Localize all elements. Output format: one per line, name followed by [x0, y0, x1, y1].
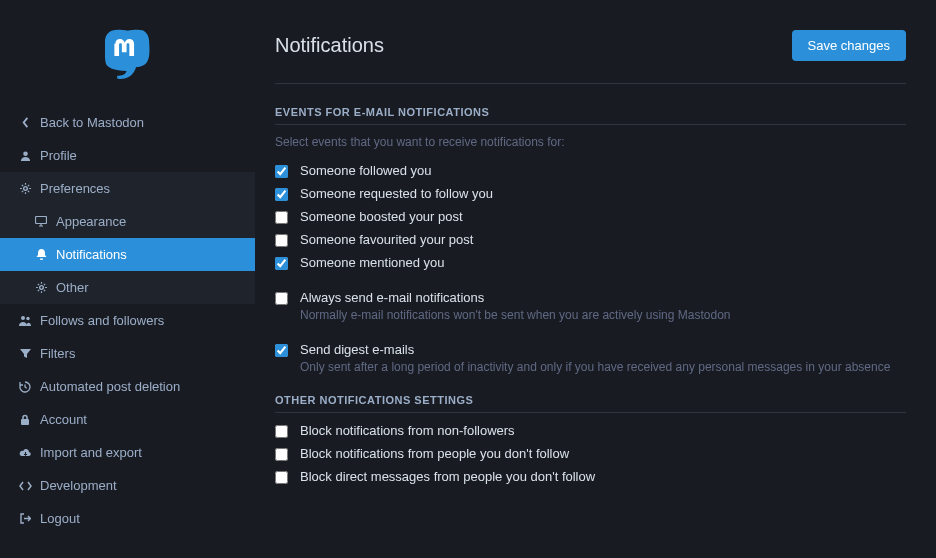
user-icon — [18, 150, 32, 161]
nav-label: Follows and followers — [40, 313, 164, 328]
cb-label: Send digest e-mails — [300, 342, 890, 357]
nav-logout[interactable]: Logout — [0, 502, 255, 535]
cb-sub: Only sent after a long period of inactiv… — [300, 360, 890, 374]
event-requested-checkbox[interactable] — [275, 188, 288, 201]
event-boosted-checkbox[interactable] — [275, 211, 288, 224]
logo-wrap — [0, 0, 255, 100]
sidebar: Back to Mastodon Profile Preferences App… — [0, 0, 255, 558]
svg-point-3 — [39, 286, 43, 290]
desktop-icon — [34, 216, 48, 227]
nav: Back to Mastodon Profile Preferences App… — [0, 100, 255, 535]
nav-profile[interactable]: Profile — [0, 139, 255, 172]
nav-back[interactable]: Back to Mastodon — [0, 106, 255, 139]
section-events-title: EVENTS FOR E-MAIL NOTIFICATIONS — [275, 106, 906, 125]
nav-notifications[interactable]: Notifications — [0, 238, 255, 271]
event-mentioned-checkbox[interactable] — [275, 257, 288, 270]
event-mentioned: Someone mentioned you — [275, 255, 906, 270]
lock-icon — [18, 414, 32, 426]
nav-label: Notifications — [56, 247, 127, 262]
nav-automated[interactable]: Automated post deletion — [0, 370, 255, 403]
svg-point-0 — [23, 151, 28, 156]
event-requested: Someone requested to follow you — [275, 186, 906, 201]
svg-rect-2 — [36, 217, 47, 224]
cb-label: Someone mentioned you — [300, 255, 445, 270]
cloud-icon — [18, 448, 32, 458]
logout-icon — [18, 513, 32, 524]
event-boosted: Someone boosted your post — [275, 209, 906, 224]
nav-development[interactable]: Development — [0, 469, 255, 502]
svg-rect-6 — [21, 419, 29, 425]
event-followed-checkbox[interactable] — [275, 165, 288, 178]
users-icon — [18, 315, 32, 326]
always-send-checkbox[interactable] — [275, 292, 288, 305]
cb-label: Someone boosted your post — [300, 209, 463, 224]
nav-label: Appearance — [56, 214, 126, 229]
event-followed: Someone followed you — [275, 163, 906, 178]
save-button[interactable]: Save changes — [792, 30, 906, 61]
cb-label: Block notifications from people you don'… — [300, 446, 569, 461]
nav-appearance[interactable]: Appearance — [0, 205, 255, 238]
nav-import[interactable]: Import and export — [0, 436, 255, 469]
nav-other[interactable]: Other — [0, 271, 255, 304]
header-row: Notifications Save changes — [275, 30, 906, 84]
event-favourited: Someone favourited your post — [275, 232, 906, 247]
block-dm: Block direct messages from people you do… — [275, 469, 906, 484]
digest-checkbox[interactable] — [275, 344, 288, 357]
page-title: Notifications — [275, 34, 384, 57]
cb-label: Someone favourited your post — [300, 232, 473, 247]
nav-label: Import and export — [40, 445, 142, 460]
nav-label: Back to Mastodon — [40, 115, 144, 130]
cb-label: Block direct messages from people you do… — [300, 469, 595, 484]
always-send: Always send e-mail notifications Normall… — [275, 290, 906, 322]
nav-label: Profile — [40, 148, 77, 163]
events-group: Someone followed you Someone requested t… — [275, 163, 906, 270]
nav-label: Other — [56, 280, 89, 295]
nav-label: Automated post deletion — [40, 379, 180, 394]
events-help: Select events that you want to receive n… — [275, 135, 906, 149]
gear-icon — [34, 282, 48, 293]
nav-preferences[interactable]: Preferences — [0, 172, 255, 205]
nav-account[interactable]: Account — [0, 403, 255, 436]
block-nonfollowing: Block notifications from people you don'… — [275, 446, 906, 461]
nav-preferences-section: Preferences Appearance Notifications Oth… — [0, 172, 255, 304]
always-group: Always send e-mail notifications Normall… — [275, 290, 906, 322]
history-icon — [18, 381, 32, 393]
block-nonfollowers: Block notifications from non-followers — [275, 423, 906, 438]
digest: Send digest e-mails Only sent after a lo… — [275, 342, 906, 374]
mastodon-logo-icon[interactable] — [105, 20, 150, 90]
cb-label: Block notifications from non-followers — [300, 423, 515, 438]
svg-point-1 — [23, 187, 27, 191]
block-dm-checkbox[interactable] — [275, 471, 288, 484]
svg-point-5 — [26, 317, 29, 320]
content: Notifications Save changes EVENTS FOR E-… — [255, 0, 936, 558]
nav-label: Filters — [40, 346, 75, 361]
section-other-title: OTHER NOTIFICATIONS SETTINGS — [275, 394, 906, 413]
digest-group: Send digest e-mails Only sent after a lo… — [275, 342, 906, 374]
filter-icon — [18, 348, 32, 359]
cb-sub: Normally e-mail notifications won't be s… — [300, 308, 731, 322]
chevron-left-icon — [18, 117, 32, 128]
svg-point-4 — [21, 316, 25, 320]
bell-icon — [34, 249, 48, 261]
nav-filters[interactable]: Filters — [0, 337, 255, 370]
nav-label: Development — [40, 478, 117, 493]
cb-label: Someone requested to follow you — [300, 186, 493, 201]
nav-label: Account — [40, 412, 87, 427]
other-group: Block notifications from non-followers B… — [275, 423, 906, 484]
cb-label: Someone followed you — [300, 163, 432, 178]
block-nonfollowers-checkbox[interactable] — [275, 425, 288, 438]
code-icon — [18, 481, 32, 491]
event-favourited-checkbox[interactable] — [275, 234, 288, 247]
cb-label: Always send e-mail notifications — [300, 290, 731, 305]
nav-label: Preferences — [40, 181, 110, 196]
block-nonfollowing-checkbox[interactable] — [275, 448, 288, 461]
nav-follows[interactable]: Follows and followers — [0, 304, 255, 337]
gear-icon — [18, 183, 32, 194]
nav-label: Logout — [40, 511, 80, 526]
